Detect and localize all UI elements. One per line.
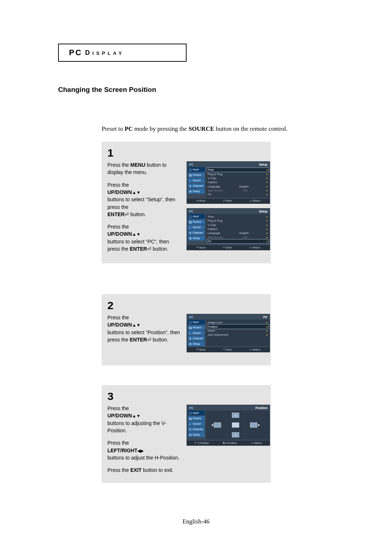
- menu-row-language: Language: English▸: [207, 231, 269, 235]
- label-menu: MENU: [130, 162, 145, 168]
- page-footer: English-46: [0, 518, 392, 525]
- mr-plug: Plug & Plug: [208, 219, 222, 222]
- menu-row-imagelock: Image Lock▸: [207, 320, 269, 324]
- mr-time: Time: [208, 215, 214, 218]
- page-title-display: Display: [85, 49, 124, 57]
- label-leftright: LEFT/RIGHT: [107, 448, 137, 453]
- chevron-right-icon: ▸: [266, 189, 268, 192]
- foot-hpos: H-Position: [225, 442, 237, 444]
- step-1-number: 1: [107, 147, 265, 159]
- menu-row-pc: PC▸: [207, 193, 269, 197]
- sb-setup: Setup: [193, 342, 200, 345]
- input-icon: ▢: [189, 321, 192, 323]
- updown-arrows-icon: ▲▼: [132, 323, 141, 328]
- mr-plug: Plug & Plug: [208, 173, 222, 176]
- sidebar-item-picture: ▤Picture: [188, 173, 205, 177]
- sb-channel: Channel: [193, 337, 203, 340]
- channel-icon: ↯: [189, 185, 192, 187]
- osd-sidebar: ▢Input ▤Picture ♪Sound ↯Channel ⚙Setup: [188, 214, 205, 244]
- preset-mid: mode by pressing the: [133, 125, 188, 132]
- position-right-button: ▶: [250, 422, 257, 428]
- sidebar-item-input: ▢Input: [188, 410, 205, 415]
- osd-menu-setup: Time▸ Plug & Plug▸ V-Chip▸ Caption▸ Lang…: [206, 167, 270, 198]
- chevron-right-icon: ▸: [266, 325, 268, 328]
- sound-icon: ♪: [189, 422, 192, 425]
- step-3-number: 3: [107, 390, 265, 403]
- step-3: 3 Press the UP/DOWN▲▼ buttons to adjusti…: [102, 385, 271, 483]
- position-left-button: ◀: [214, 422, 221, 428]
- mr-caption: Caption: [208, 227, 217, 231]
- sb-channel: Channel: [193, 184, 203, 187]
- input-icon: ▢: [189, 412, 192, 414]
- sidebar-item-sound: ♪Sound: [188, 178, 205, 183]
- footer-pagenum: 46: [203, 518, 209, 525]
- preset-pc: PC: [124, 125, 133, 132]
- chevron-right-icon: ▸: [266, 240, 268, 243]
- sidebar-item-channel: ↯Channel: [188, 183, 205, 188]
- sb-setup: Setup: [193, 236, 200, 240]
- chevron-right-icon: ▸: [266, 231, 268, 235]
- enter-icon: ⏎: [147, 337, 151, 343]
- page-title-box: PC Display: [58, 44, 187, 62]
- mr-vchip: V-Chip: [208, 223, 216, 227]
- foot-return: Return: [254, 442, 262, 444]
- step3-p3b: button to exit.: [142, 467, 173, 473]
- preset-instruction: Preset to PC mode by pressing the SOURCE…: [102, 125, 287, 133]
- osd-menu-setup-pc: Time▸ Plug & Plug▸ V-Chip▸ Caption▸ Lang…: [206, 214, 270, 244]
- label-updown-1: UP/DOWN: [107, 189, 132, 195]
- chevron-right-icon: ▸: [266, 227, 268, 231]
- foot-return: Return: [253, 246, 260, 249]
- menu-row-caption: Caption▸: [207, 180, 269, 184]
- menu-row-autoadj: Auto Adjustment▸: [207, 333, 269, 337]
- osd-setup-time: PC Setup ▢Input ▤Picture ♪Sound ↯Channel…: [187, 161, 270, 204]
- sb-sound: Sound: [193, 331, 201, 335]
- label-enter-1: ENTER: [107, 211, 124, 217]
- mr-position: Position: [208, 325, 218, 328]
- sidebar-item-picture: ▤Picture: [188, 219, 205, 224]
- triangle-right-icon: ▶: [258, 424, 260, 426]
- preset-pre: Preset to: [102, 125, 124, 132]
- menu-row-plug: Plug & Plug▸: [207, 219, 269, 223]
- chevron-right-icon: ▸: [266, 333, 268, 336]
- menu-row-reset: Reset▸: [207, 329, 269, 333]
- mr-language: Language: [208, 185, 220, 188]
- setup-icon: ⚙: [189, 343, 192, 345]
- sidebar-item-setup: ⚙Setup: [188, 432, 205, 437]
- preset-post: button on the remote control.: [214, 125, 287, 132]
- updown-arrows-icon: ▲▼: [132, 232, 141, 237]
- foot-return: Return: [253, 199, 260, 202]
- sidebar-item-sound: ♪Sound: [188, 421, 205, 426]
- channel-icon: ↯: [189, 428, 192, 430]
- input-icon: ▢: [189, 168, 192, 171]
- triangle-left-icon: ◀: [211, 424, 213, 426]
- menu-row-bluescreen: Blue Screen: Off▸: [207, 235, 269, 239]
- sidebar-item-channel: ↯Channel: [188, 230, 205, 235]
- sidebar-item-input: ▢Input: [188, 214, 205, 219]
- vpos-icon: ✦: [195, 441, 197, 444]
- step-2-text: Press the UP/DOWN▲▼ buttons to select “P…: [107, 314, 180, 357]
- step-2: 2 Press the UP/DOWN▲▼ buttons to select …: [102, 294, 271, 365]
- triangle-up-icon: ▲: [234, 414, 237, 417]
- enter-icon: ⏎: [223, 348, 225, 351]
- mr-language-val: English: [240, 185, 249, 188]
- sb-sound: Sound: [193, 422, 201, 425]
- osd-footer: ✦Move ⏎Enter ▭Return: [187, 199, 270, 203]
- osd-hdr-right-pc: PC: [263, 315, 268, 319]
- menu-row-pc: PC▸: [207, 239, 269, 243]
- move-icon: ✦: [196, 348, 199, 351]
- step1-p1a: Press the: [107, 162, 130, 168]
- sb-picture: Picture: [193, 326, 201, 329]
- osd-footer: ✦Move ⏎Enter ▭Return: [187, 245, 270, 250]
- menu-row-plug: Plug & Plug▸: [207, 172, 269, 176]
- mr-blue-val: Off: [244, 189, 247, 192]
- sb-input: Input: [193, 320, 199, 324]
- menu-row-time: Time▸: [207, 168, 269, 172]
- mr-time: Time: [208, 168, 214, 171]
- sb-setup: Setup: [193, 433, 200, 436]
- sb-channel: Channel: [193, 231, 203, 234]
- step1-p2c: button.: [130, 211, 146, 217]
- step3-p3a: Press the: [107, 467, 130, 473]
- input-icon: ▢: [189, 215, 192, 218]
- sb-input: Input: [193, 411, 199, 414]
- sidebar-item-input: ▢Input: [188, 167, 205, 172]
